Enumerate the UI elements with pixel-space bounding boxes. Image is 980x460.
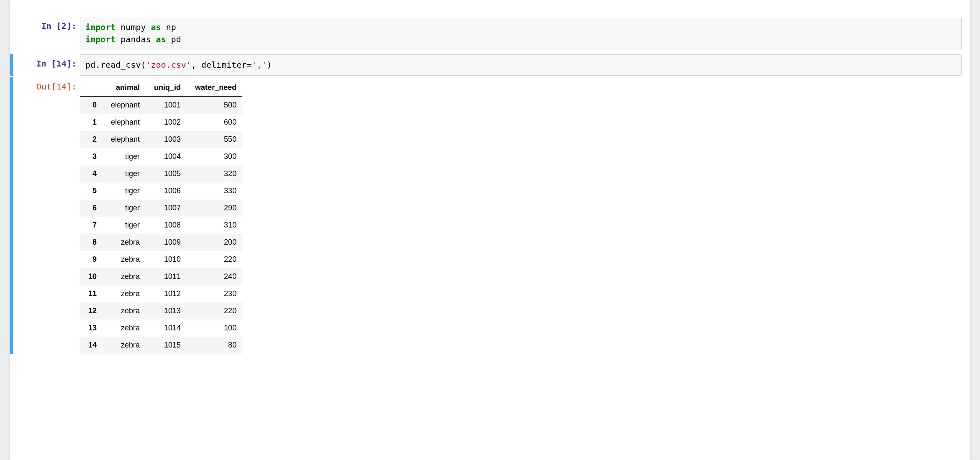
dataframe-cell: 1012 — [146, 285, 187, 302]
dataframe-cell: zebra — [103, 337, 146, 354]
dataframe-cell: tiger — [103, 165, 146, 182]
dataframe-cell: zebra — [103, 234, 146, 251]
table-row: 9zebra1010220 — [80, 251, 242, 268]
table-row: 1elephant1002600 — [80, 114, 242, 131]
table-row: 2elephant1003550 — [80, 131, 242, 148]
dataframe-cell: zebra — [103, 319, 146, 337]
table-row: 3tiger1004300 — [80, 148, 242, 165]
table-row: 0elephant1001500 — [80, 97, 242, 114]
dataframe-cell: tiger — [103, 199, 146, 217]
dataframe-cell: 220 — [187, 251, 242, 268]
table-row: 8zebra1009200 — [80, 234, 242, 251]
dataframe-corner — [80, 79, 103, 97]
dataframe-row-index: 7 — [80, 217, 103, 234]
table-row: 4tiger1005320 — [80, 165, 242, 182]
dataframe-cell: 1014 — [146, 319, 187, 337]
dataframe-cell: 1002 — [146, 114, 187, 131]
dataframe-cell: 240 — [187, 268, 242, 285]
dataframe-cell: 1003 — [146, 131, 187, 148]
output-content: animal uniq_id water_need 0elephant10015… — [80, 77, 970, 354]
code-input[interactable]: pd.read_csv('zoo.csv', delimiter=',') — [80, 54, 962, 76]
dataframe-cell: 550 — [187, 131, 242, 148]
dataframe-cell: 230 — [187, 285, 242, 302]
dataframe-cell: 100 — [187, 319, 242, 337]
output-prompt: Out[14]: — [13, 77, 80, 92]
dataframe-row-index: 11 — [80, 285, 103, 302]
table-row: 14zebra101580 — [80, 337, 242, 354]
dataframe-cell: 220 — [187, 302, 242, 319]
dataframe-row-index: 10 — [80, 268, 103, 285]
table-row: 6tiger1007290 — [80, 199, 242, 217]
dataframe-cell: tiger — [103, 182, 146, 199]
dataframe-cell: 330 — [187, 182, 242, 199]
table-row: 12zebra1013220 — [80, 302, 242, 319]
dataframe-cell: 1013 — [146, 302, 187, 319]
dataframe-head: animal uniq_id water_need — [80, 79, 242, 97]
dataframe-row-index: 0 — [80, 97, 103, 114]
input-prompt: In [14]: — [13, 54, 80, 76]
notebook-output: Out[14]: animal uniq_id water_need 0elep… — [10, 77, 970, 354]
dataframe-cell: 320 — [187, 165, 242, 182]
dataframe-cell: 1011 — [146, 268, 187, 285]
dataframe-cell: 1007 — [146, 199, 187, 217]
dataframe-cell: 310 — [187, 217, 242, 234]
dataframe-cell: elephant — [103, 97, 146, 114]
dataframe-col-header: uniq_id — [146, 79, 187, 97]
dataframe-col-header: water_need — [187, 79, 242, 97]
cell-content: pd.read_csv('zoo.csv', delimiter=',') — [80, 54, 970, 76]
cell-content: import numpy as np import pandas as pd — [80, 17, 970, 50]
dataframe-cell: 600 — [187, 114, 242, 131]
input-prompt: In [2]: — [13, 17, 80, 50]
dataframe-cell: 1005 — [146, 165, 187, 182]
dataframe-row-index: 1 — [80, 114, 103, 131]
dataframe-row-index: 6 — [80, 199, 103, 217]
dataframe-cell: zebra — [103, 268, 146, 285]
code-input[interactable]: import numpy as np import pandas as pd — [80, 17, 962, 50]
notebook-cell[interactable]: In [2]: import numpy as np import pandas… — [10, 17, 970, 50]
dataframe-cell: zebra — [103, 251, 146, 268]
dataframe-row-index: 14 — [80, 337, 103, 354]
dataframe-row-index: 2 — [80, 131, 103, 148]
dataframe-cell: 1015 — [146, 337, 187, 354]
dataframe-cell: 80 — [187, 337, 242, 354]
table-row: 5tiger1006330 — [80, 182, 242, 199]
dataframe-row-index: 5 — [80, 182, 103, 199]
notebook-cell-selected[interactable]: In [14]: pd.read_csv('zoo.csv', delimite… — [10, 54, 970, 76]
notebook-page: In [2]: import numpy as np import pandas… — [10, 0, 970, 460]
dataframe-cell: zebra — [103, 302, 146, 319]
dataframe-cell: tiger — [103, 148, 146, 165]
dataframe-cell: elephant — [103, 131, 146, 148]
dataframe-cell: 1008 — [146, 217, 187, 234]
dataframe-cell: 290 — [187, 199, 242, 217]
table-row: 10zebra1011240 — [80, 268, 242, 285]
dataframe-cell: 1009 — [146, 234, 187, 251]
dataframe-cell: 1001 — [146, 97, 187, 114]
dataframe-cell: 200 — [187, 234, 242, 251]
dataframe-cell: 500 — [187, 97, 242, 114]
dataframe-cell: tiger — [103, 217, 146, 234]
dataframe-cell: zebra — [103, 285, 146, 302]
table-row: 11zebra1012230 — [80, 285, 242, 302]
dataframe-cell: 300 — [187, 148, 242, 165]
dataframe-cell: 1010 — [146, 251, 187, 268]
table-row: 7tiger1008310 — [80, 217, 242, 234]
table-row: 13zebra1014100 — [80, 319, 242, 337]
dataframe-row-index: 4 — [80, 165, 103, 182]
dataframe-row-index: 12 — [80, 302, 103, 319]
dataframe-table: animal uniq_id water_need 0elephant10015… — [80, 79, 242, 354]
dataframe-row-index: 9 — [80, 251, 103, 268]
dataframe-row-index: 13 — [80, 319, 103, 337]
dataframe-cell: 1006 — [146, 182, 187, 199]
dataframe-cell: 1004 — [146, 148, 187, 165]
dataframe-cell: elephant — [103, 114, 146, 131]
dataframe-col-header: animal — [103, 79, 146, 97]
dataframe-row-index: 3 — [80, 148, 103, 165]
dataframe-body: 0elephant10015001elephant10026002elephan… — [80, 97, 242, 354]
dataframe-row-index: 8 — [80, 234, 103, 251]
